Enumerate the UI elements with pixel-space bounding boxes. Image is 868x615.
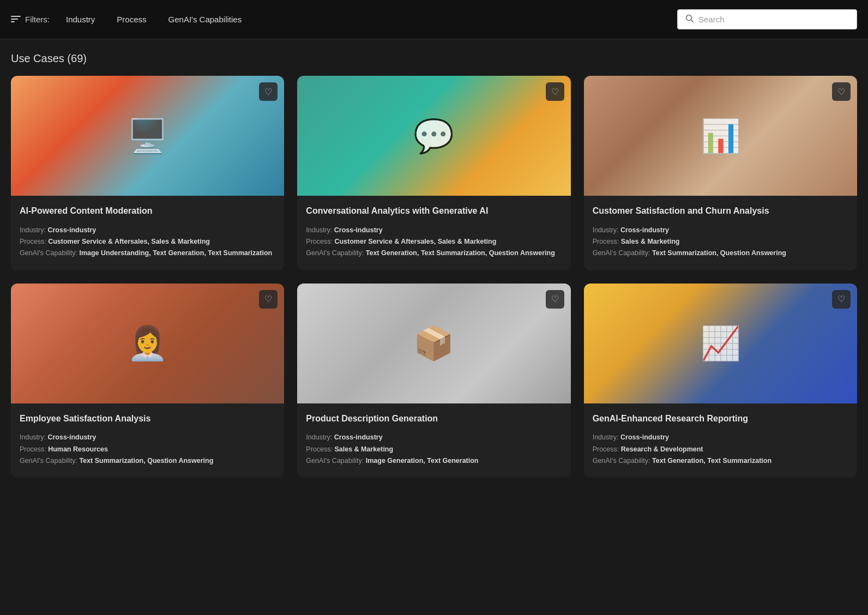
card-industry: Industry: Cross-industry — [593, 225, 848, 236]
card-body: Conversational Analytics with Generative… — [297, 196, 570, 270]
card-process: Process: Customer Service & Aftersales, … — [20, 236, 275, 248]
card-industry: Industry: Cross-industry — [306, 432, 562, 443]
card-illustration — [584, 284, 857, 403]
cards-grid: ♡ AI-Powered Content Moderation Industry… — [11, 76, 857, 478]
favorite-button[interactable]: ♡ — [832, 290, 851, 309]
use-case-card[interactable]: ♡ Employee Satisfaction Analysis Industr… — [11, 284, 284, 478]
section-title: Use Cases (69) — [11, 52, 857, 65]
card-meta: Industry: Cross-industry Process: Sales … — [593, 225, 848, 260]
card-process: Process: Human Resources — [20, 444, 275, 455]
card-industry: Industry: Cross-industry — [20, 225, 275, 236]
filters-label: Filters: — [11, 15, 50, 24]
card-title: AI-Powered Content Moderation — [20, 206, 275, 217]
card-image: ♡ — [584, 76, 857, 196]
card-meta: Industry: Cross-industry Process: Custom… — [20, 225, 275, 260]
card-body: Customer Satisfaction and Churn Analysis… — [584, 196, 857, 270]
filter-genai-capabilities[interactable]: GenAI's Capabilities — [158, 10, 253, 28]
filter-nav: Industry Process GenAI's Capabilities — [55, 10, 677, 28]
card-title: Customer Satisfaction and Churn Analysis — [593, 206, 848, 217]
card-industry: Industry: Cross-industry — [306, 225, 562, 236]
card-body: Employee Satisfaction Analysis Industry:… — [11, 403, 284, 478]
card-image: ♡ — [297, 76, 570, 196]
favorite-button[interactable]: ♡ — [546, 290, 564, 309]
favorite-button[interactable]: ♡ — [832, 82, 851, 101]
card-image: ♡ — [584, 284, 857, 403]
card-industry: Industry: Cross-industry — [20, 432, 275, 443]
use-case-card[interactable]: ♡ GenAI-Enhanced Research Reporting Indu… — [584, 284, 857, 478]
card-meta: Industry: Cross-industry Process: Custom… — [306, 225, 562, 260]
search-container — [677, 9, 857, 29]
favorite-button[interactable]: ♡ — [546, 82, 564, 101]
card-genai: GenAI's Capability: Text Summarization, … — [20, 455, 275, 467]
filter-bar: Filters: Industry Process GenAI's Capabi… — [0, 0, 868, 39]
card-process: Process: Sales & Marketing — [306, 444, 562, 455]
card-illustration — [11, 76, 284, 196]
use-case-card[interactable]: ♡ Conversational Analytics with Generati… — [297, 76, 570, 270]
filters-text: Filters: — [25, 15, 50, 24]
card-process: Process: Customer Service & Aftersales, … — [306, 236, 562, 248]
card-title: Employee Satisfaction Analysis — [20, 413, 275, 425]
card-image: ♡ — [11, 76, 284, 196]
card-image: ♡ — [11, 284, 284, 403]
filter-industry[interactable]: Industry — [55, 10, 106, 28]
card-body: AI-Powered Content Moderation Industry: … — [11, 196, 284, 270]
svg-line-1 — [691, 20, 694, 22]
card-meta: Industry: Cross-industry Process: Sales … — [306, 432, 562, 467]
card-genai: GenAI's Capability: Text Generation, Tex… — [593, 455, 848, 467]
filter-icon — [11, 16, 21, 23]
card-title: Conversational Analytics with Generative… — [306, 206, 562, 217]
favorite-button[interactable]: ♡ — [259, 290, 278, 309]
card-meta: Industry: Cross-industry Process: Resear… — [593, 432, 848, 467]
card-genai: GenAI's Capability: Text Generation, Tex… — [306, 248, 562, 259]
card-body: GenAI-Enhanced Research Reporting Indust… — [584, 403, 857, 478]
main-content: Use Cases (69) ♡ AI-Powered Content Mode… — [0, 39, 868, 491]
favorite-button[interactable]: ♡ — [259, 82, 278, 101]
search-icon — [685, 14, 694, 25]
filter-process[interactable]: Process — [106, 10, 157, 28]
search-box — [677, 9, 857, 29]
card-industry: Industry: Cross-industry — [593, 432, 848, 443]
card-process: Process: Research & Development — [593, 444, 848, 455]
card-genai: GenAI's Capability: Image Generation, Te… — [306, 455, 562, 467]
card-genai: GenAI's Capability: Text Summarization, … — [593, 248, 848, 259]
card-illustration — [11, 284, 284, 403]
card-title: Product Description Generation — [306, 413, 562, 425]
search-input[interactable] — [698, 15, 849, 24]
card-body: Product Description Generation Industry:… — [297, 403, 570, 478]
use-case-card[interactable]: ♡ AI-Powered Content Moderation Industry… — [11, 76, 284, 270]
use-case-card[interactable]: ♡ Product Description Generation Industr… — [297, 284, 570, 478]
card-image: ♡ — [297, 284, 570, 403]
card-illustration — [297, 284, 570, 403]
use-case-card[interactable]: ♡ Customer Satisfaction and Churn Analys… — [584, 76, 857, 270]
card-process: Process: Sales & Marketing — [593, 236, 848, 248]
card-meta: Industry: Cross-industry Process: Human … — [20, 432, 275, 467]
card-illustration — [297, 76, 570, 196]
card-title: GenAI-Enhanced Research Reporting — [593, 413, 848, 425]
card-illustration — [584, 76, 857, 196]
card-genai: GenAI's Capability: Image Understanding,… — [20, 248, 275, 259]
